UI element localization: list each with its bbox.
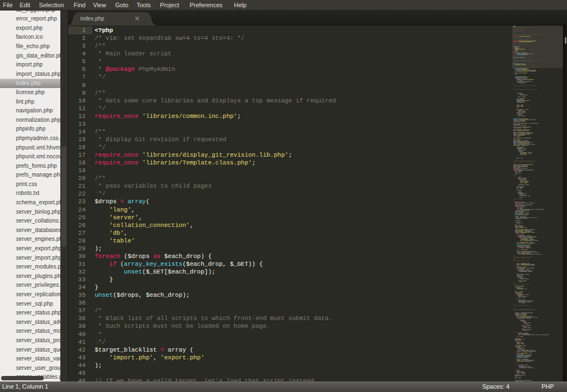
svg-text:index.php: index.php: [80, 16, 105, 22]
